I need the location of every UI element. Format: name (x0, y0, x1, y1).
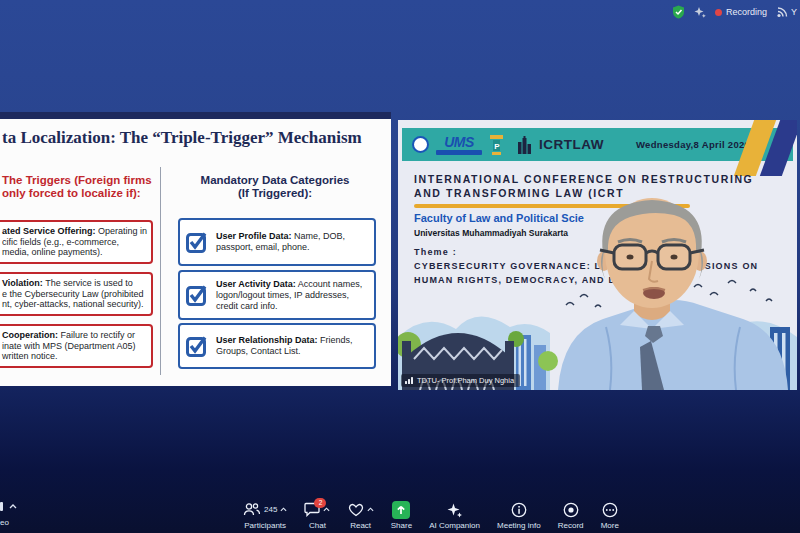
chat-button[interactable]: 2 Chat (304, 501, 330, 530)
share-screen-icon (392, 501, 410, 519)
info-icon (511, 502, 527, 518)
broadcast-icon (776, 7, 788, 18)
icrtlaw-building-icon (517, 136, 532, 154)
livestream-label-fragment: Y (791, 7, 798, 17)
category-box-2: User Activity Data: Account names, logon… (178, 270, 376, 320)
more-button[interactable]: More (601, 501, 619, 530)
signal-bars-icon (405, 377, 413, 384)
participant-name: TDTU- Prof.Pham Duy Nghia (417, 376, 514, 385)
participants-chevron-icon[interactable] (280, 507, 287, 512)
icrtlaw-logo-text: ICRTLAW (539, 137, 604, 152)
ums-logo: UMS (436, 135, 482, 155)
checkbox-checked-icon (186, 284, 208, 306)
trigger-box-2: Violation: The service is used to e the … (0, 272, 153, 316)
react-button[interactable]: React (348, 501, 374, 530)
university-line: Universitas Muhammadiyah Surakarta (414, 228, 568, 238)
encryption-shield-icon (672, 5, 685, 19)
trigger-box-3: Cooperation: Failure to rectify or inate… (0, 324, 153, 368)
shared-screen-slide: ta Localization: The “Triple-Trigger” Me… (0, 112, 391, 386)
meeting-toolbar: eo 245 Participants (0, 491, 800, 533)
livestream-indicator: Y (776, 7, 798, 18)
participants-count: 245 (264, 505, 277, 514)
meeting-status-bar: Recording Y (672, 5, 800, 19)
video-button-label-fragment[interactable]: eo (0, 518, 9, 527)
share-button[interactable]: Share (391, 501, 412, 530)
heart-icon (348, 503, 364, 517)
category-box-1: User Profile Data: Name, DOB, passport, … (178, 218, 376, 266)
slide-title: ta Localization: The “Triple-Trigger” Me… (2, 128, 362, 148)
meeting-info-button[interactable]: Meeting info (497, 501, 541, 530)
ums-tagline-chip (436, 150, 482, 155)
ai-sparkle-status-icon (694, 6, 706, 18)
triggers-heading: The Triggers (Foreign firms only forced … (2, 174, 152, 200)
recording-dot-icon (715, 9, 722, 16)
more-ellipsis-icon (602, 502, 618, 518)
recording-label: Recording (726, 7, 767, 17)
svg-text:P: P (494, 141, 500, 150)
participants-button[interactable]: 245 Participants (243, 501, 287, 530)
ai-companion-icon (447, 502, 463, 518)
categories-heading: Mandatory Data Categories (If Triggered)… (166, 174, 384, 200)
conference-date: Wednesday,8 April 2026 (636, 139, 750, 150)
react-chevron-icon[interactable] (367, 507, 374, 512)
participants-icon (243, 502, 261, 517)
theme-label: Theme : (414, 247, 457, 257)
ums-emblem-icon (412, 136, 429, 153)
slide-top-bar (0, 112, 391, 119)
chat-chevron-icon[interactable] (323, 507, 330, 512)
pillar-logo-icon: P (489, 134, 504, 156)
checkbox-checked-icon (186, 335, 208, 357)
video-chevron-up-icon[interactable] (9, 504, 17, 509)
record-button[interactable]: Record (558, 501, 584, 530)
ai-companion-button[interactable]: AI Companion (429, 501, 480, 530)
speaker-video-tile: UMS P ICRTLAW Wednesday,8 April 2026 INT… (398, 120, 797, 390)
trigger-box-1: ated Service Offering: Operating in cifi… (0, 220, 153, 264)
record-icon (563, 502, 579, 518)
checkbox-checked-icon (186, 231, 208, 253)
speaker-avatar (548, 195, 797, 390)
category-box-3: User Relationship Data: Friends, Groups,… (178, 323, 376, 369)
slide-column-divider (160, 167, 161, 375)
video-button-fragment-icon[interactable] (0, 502, 3, 511)
participant-name-tag: TDTU- Prof.Pham Duy Nghia (401, 374, 520, 387)
recording-indicator: Recording (715, 7, 767, 17)
